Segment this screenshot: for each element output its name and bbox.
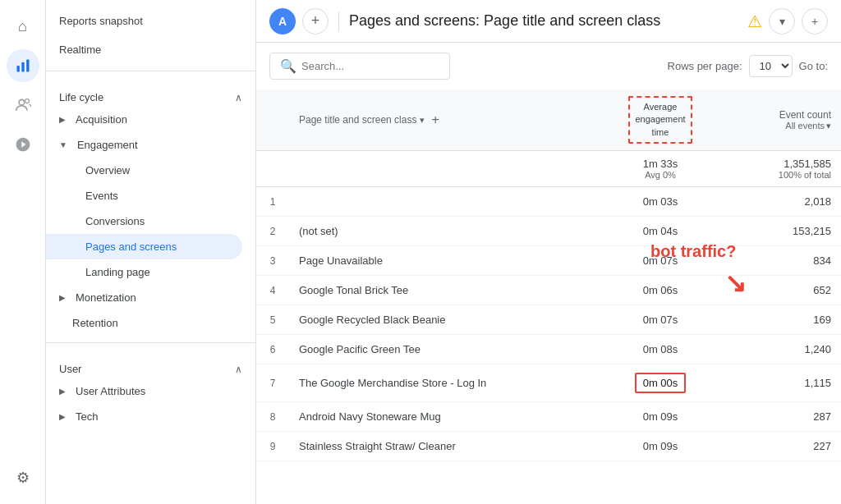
topbar: A + Pages and screens: Page title and sc… [256, 0, 841, 43]
col1-add-icon[interactable]: + [428, 112, 442, 127]
summary-count: 1,351,585 [736, 158, 831, 170]
settings-icon[interactable]: ⚙ [7, 461, 39, 494]
row-number: 3 [256, 246, 289, 276]
row-title [289, 187, 595, 217]
page-title: Pages and screens: Page title and screen… [349, 12, 741, 30]
row-title: Stainless Straight Straw/ Cleaner [289, 432, 595, 461]
row-title: Page Unavailable [289, 246, 595, 276]
row-time: 0m 04s [595, 217, 726, 246]
sidebar-item-retention[interactable]: Retention [46, 310, 255, 336]
svg-point-3 [19, 99, 25, 105]
svg-point-4 [25, 99, 29, 103]
summary-count-sub: 100% of total [736, 170, 831, 180]
home-icon[interactable]: ⌂ [7, 10, 39, 43]
row-title: Google Pacific Green Tee [289, 335, 595, 364]
col-page-title-header: Page title and screen class ▾ + [289, 89, 595, 151]
row-time: 0m 07s [595, 305, 726, 335]
svg-rect-1 [21, 62, 24, 72]
table-row: 9Stainless Straight Straw/ Cleaner0m 09s… [256, 432, 841, 461]
main-content: A + Pages and screens: Page title and sc… [256, 0, 841, 504]
sidebar-item-realtime[interactable]: Realtime [46, 35, 255, 64]
table-row: 6Google Pacific Green Tee0m 08s1,240 [256, 335, 841, 364]
monetization-expand-icon: ▶ [59, 293, 66, 302]
row-number: 9 [256, 432, 289, 461]
col-event-count-header: Event count All events ▾ [726, 89, 841, 151]
sidebar: Reports snapshot Realtime Life cycle ∧ ▶… [46, 0, 256, 504]
row-number: 7 [256, 364, 289, 402]
summary-row: 1m 33s Avg 0% 1,351,585 100% of total [256, 151, 841, 187]
event-count-dropdown-icon[interactable]: ▾ [826, 121, 831, 131]
table-toolbar: 🔍 Rows per page: 10 25 50 Go to: [256, 43, 841, 89]
row-count: 1,115 [726, 364, 841, 402]
sidebar-item-conversions[interactable]: Conversions [46, 208, 255, 234]
summary-time-sub: Avg 0% [604, 170, 716, 180]
row-time: 0m 00s [595, 364, 726, 402]
row-count: 1,240 [726, 335, 841, 364]
rows-per-page-label: Rows per page: [668, 60, 742, 72]
row-title: (not set) [289, 217, 595, 246]
user-section[interactable]: User ∧ [46, 350, 255, 378]
row-time: 0m 09s [595, 402, 726, 432]
data-table: Page title and screen class ▾ + Averagee… [256, 89, 841, 461]
title-add-button[interactable]: + [802, 8, 828, 34]
sidebar-item-events[interactable]: Events [46, 183, 255, 208]
row-count: 227 [726, 432, 841, 461]
row-title: Google Recycled Black Beanie [289, 305, 595, 335]
row-time: 0m 09s [595, 432, 726, 461]
table-row: 2(not set)0m 04s153,215 [256, 217, 841, 246]
search-box[interactable]: 🔍 [269, 53, 450, 80]
svg-rect-0 [16, 66, 19, 72]
table-area: 🔍 Rows per page: 10 25 50 Go to: [256, 43, 841, 504]
col-engagement-header[interactable]: Averageengagementtime [595, 89, 726, 151]
col1-filter-icon[interactable]: ▾ [420, 115, 425, 126]
row-num-header [256, 89, 289, 151]
user-chevron-icon: ∧ [235, 364, 242, 375]
row-count: 287 [726, 402, 841, 432]
row-time: 0m 03s [595, 187, 726, 217]
audience-icon[interactable] [7, 128, 39, 161]
sidebar-item-pages-and-screens[interactable]: Pages and screens [46, 234, 242, 259]
sidebar-item-user-attributes[interactable]: ▶ User Attributes [46, 378, 255, 404]
row-count: 153,215 [726, 217, 841, 246]
table-row: 10m 03s2,018 [256, 187, 841, 217]
row-title: Android Navy Stoneware Mug [289, 402, 595, 432]
sidebar-item-tech[interactable]: ▶ Tech [46, 404, 255, 429]
engagement-expand-icon: ▼ [59, 140, 67, 149]
row-title: Google Tonal Brick Tee [289, 276, 595, 305]
row-time: 0m 08s [595, 335, 726, 364]
table-row: 5Google Recycled Black Beanie0m 07s169 [256, 305, 841, 335]
table-row: 4Google Tonal Brick Tee0m 06s652 [256, 276, 841, 305]
summary-time: 1m 33s [604, 158, 716, 170]
account-badge[interactable]: A [269, 8, 296, 34]
row-number: 8 [256, 402, 289, 432]
lifecycle-section[interactable]: Life cycle ∧ [46, 78, 255, 107]
row-count: 652 [726, 276, 841, 305]
sidebar-item-monetization[interactable]: ▶ Monetization [46, 285, 255, 310]
lifecycle-chevron-icon: ∧ [235, 92, 242, 103]
sidebar-item-reports-snapshot[interactable]: Reports snapshot [46, 7, 255, 35]
search-people-icon[interactable] [7, 89, 39, 121]
icon-rail: ⌂ ⚙ [0, 0, 46, 504]
sidebar-item-landing-page[interactable]: Landing page [46, 259, 255, 285]
row-number: 2 [256, 217, 289, 246]
sidebar-divider-2 [46, 342, 255, 343]
add-tab-button[interactable]: + [302, 8, 329, 34]
row-time: 0m 06s [595, 276, 726, 305]
search-input[interactable] [301, 60, 439, 72]
row-number: 5 [256, 305, 289, 335]
rows-per-page-select[interactable]: 10 25 50 [749, 55, 793, 77]
row-time: 0m 07s [595, 246, 726, 276]
svg-rect-2 [26, 60, 29, 72]
row-number: 4 [256, 276, 289, 305]
sidebar-item-engagement[interactable]: ▼ Engagement [46, 132, 255, 158]
sidebar-item-overview[interactable]: Overview [46, 158, 255, 183]
row-number: 1 [256, 187, 289, 217]
row-title: The Google Merchandise Store - Log In [289, 364, 595, 402]
table-container: Page title and screen class ▾ + Averagee… [256, 89, 841, 461]
sidebar-item-acquisition[interactable]: ▶ Acquisition [46, 107, 255, 132]
title-chevron-button[interactable]: ▾ [769, 8, 795, 34]
sidebar-divider [46, 71, 255, 71]
analytics-icon[interactable] [7, 49, 39, 82]
rows-per-page-control: Rows per page: 10 25 50 Go to: [668, 55, 828, 77]
topbar-divider [338, 11, 339, 31]
